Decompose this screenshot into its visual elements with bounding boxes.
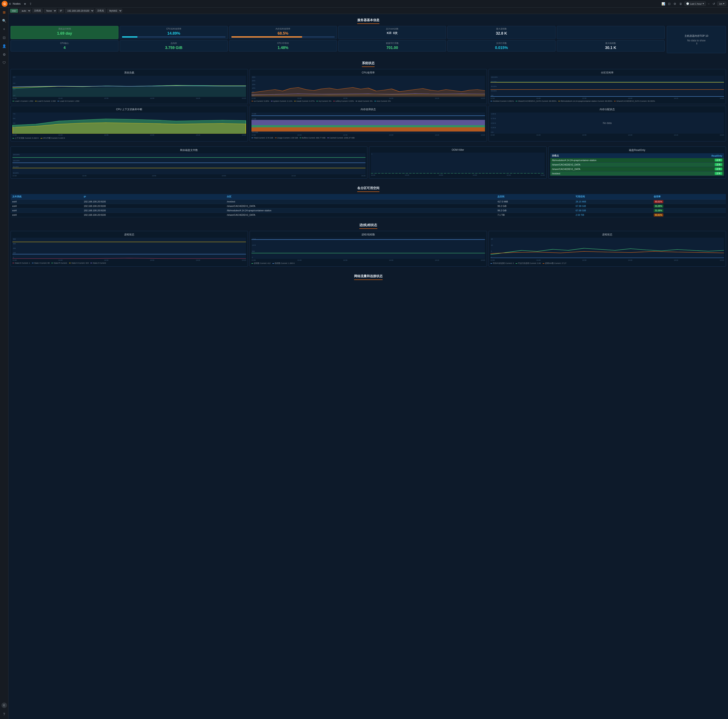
available-cell: 67.98 GiB xyxy=(574,204,652,208)
stat-fileopen-label: 文件打开数 xyxy=(450,42,553,45)
sidebar-item-search[interactable]: 🔍 xyxy=(1,18,7,24)
sidebar-item-home[interactable]: ⊞ xyxy=(1,9,7,15)
share-button[interactable]: ⇪ xyxy=(29,2,33,6)
none-select[interactable]: None xyxy=(44,9,57,13)
process-state-panel: 进程状态 4003002001000 xyxy=(11,231,248,267)
avatar[interactable]: E xyxy=(2,702,7,708)
partition-chart-title: 分区空闲率 xyxy=(491,71,724,75)
stats-area: 系统运行时间 1.69 day CPU实时使用率 14.89% 内存实时使用率 … xyxy=(11,26,665,53)
stat-mem: 内存实时使用率 68.5% xyxy=(229,26,337,39)
stat-cpu-label: CPU实时使用率 xyxy=(122,28,225,31)
stat-cpu-value: 14.89% xyxy=(122,31,225,36)
mynas-select[interactable]: MyNAS xyxy=(107,9,122,13)
server-info-section: 服务器基本信息 系统运行时间 1.69 day CPU实时使用率 14.89% xyxy=(8,14,728,57)
stat-iowait-value: 1.48% xyxy=(231,46,335,50)
sidebar-item-help[interactable]: ? xyxy=(1,711,7,717)
memory-chart-panel: 内存使用状态 5 GiB4 GiB2 GiB954 MiB xyxy=(249,106,487,141)
topbar-right: 📊 ⊡ ⚙ 🖥 🕐 Last 1 hour ▾ − ↺ 1m ▾ xyxy=(661,2,726,6)
mount-cell: /share/CACHEDEV1_DATA xyxy=(550,167,684,171)
chart-icon-button[interactable]: 📊 xyxy=(661,2,666,6)
stat-iowait: CPU IO等待 1.48% xyxy=(229,40,337,52)
ip-cell: 192.168.100.20:9100 xyxy=(82,213,225,217)
cpu-legend: us Current: 5.26% system Current: 2.11% … xyxy=(251,100,485,102)
oom-svg xyxy=(371,153,545,174)
system-state-section: 系统状态 系统负载 2.52.01.51.0 xyxy=(8,57,728,145)
zoom-out-button[interactable]: − xyxy=(707,2,710,6)
svg-marker-1 xyxy=(251,87,485,97)
total-cell: 7.1 TiB xyxy=(496,213,574,217)
charts-row-2: CPU 上下文切换和中断 7 K6 K5 K4 K3 K xyxy=(11,106,726,141)
monitor-icon-button[interactable]: 🖥 xyxy=(678,2,683,6)
grid-icon-button[interactable]: ⊡ xyxy=(667,2,671,6)
ctx-chart-title: CPU 上下文切换和中断 xyxy=(12,108,246,111)
readonly-mount-header: 挂载点 xyxy=(550,153,684,158)
readonly-table: 挂载点 ReadOnly /lib/modules/4.14.24-qnap/c… xyxy=(550,153,724,176)
oom-x-labels: 13:3013:4013:5014:0014:1014:20 xyxy=(371,174,545,176)
zhujizu-chip[interactable]: 主机组 xyxy=(32,8,43,13)
disk-row-1: 剩余磁盘文件数 105.00%100.00%95.00%90.00% 13:30… xyxy=(11,147,726,179)
sidebar-item-dashboards[interactable]: ⊡ xyxy=(1,35,7,41)
stat-placeholder xyxy=(557,26,665,39)
system-state-title: 系统状态 xyxy=(362,59,375,67)
partition-x-labels: 13:3013:4013:5014:0014:1014:20 xyxy=(491,97,724,99)
interval-chevron: ▾ xyxy=(723,2,724,5)
status-cell: 正常 xyxy=(684,158,724,162)
ip-select[interactable]: 192.168.100.20:9100 xyxy=(65,9,94,13)
stat-maxthread-label: 最大线程数 xyxy=(559,42,662,45)
remaining-disk-x-labels: 13:3013:4013:5014:0014:1014:20 xyxy=(12,175,366,177)
star-button[interactable]: ★ xyxy=(23,2,27,6)
auto-select[interactable]: auto xyxy=(19,9,31,13)
cpu-x-labels: 13:3013:4013:5014:0014:1014:20 xyxy=(251,97,485,99)
sidebar-item-users[interactable]: 👤 xyxy=(1,43,7,49)
partition-chart-area: 100.00%75.00%50.00%25.00%0% xyxy=(491,76,724,97)
cpu-chart-area: 25%20%15%10%5%0% xyxy=(251,76,485,97)
time-range-button[interactable]: 🕐 Last 1 hour ▾ xyxy=(684,2,706,6)
mem-alloc-chart-panel: 内存分配状态 1.00 B0.75 B0.50 B0.25 B0 B No da… xyxy=(489,106,726,141)
table-row: /lib/modules/4.14.24-qnap/container-stat… xyxy=(550,158,724,162)
cpu-chart-panel: CPU使用率 25%20%15%10%5%0% xyxy=(249,69,487,104)
process-state2-area: 151050 xyxy=(491,238,724,259)
load-legend: Load 1 Current: 1.550 Load 5 Current: 1.… xyxy=(12,100,246,102)
status-ok-badge: 正常 xyxy=(715,168,722,170)
ctx-legend: 上下文切换 Current: 6.342 K CPU中断 Current: 5.… xyxy=(12,137,246,139)
stat-totalmem-label: 总内存 xyxy=(122,42,225,45)
settings-icon-button[interactable]: ⚙ xyxy=(673,2,677,6)
info-icon: ℹ xyxy=(696,42,697,45)
memory-svg xyxy=(251,113,485,134)
partition-space-title: 各分区可用空间 xyxy=(357,184,379,192)
stat-fileopen-value: 0.015% xyxy=(450,46,553,50)
fs-cell: ext4 xyxy=(11,208,82,213)
process-state-x-labels: 13:3013:4013:5014:0014:1014:20 xyxy=(12,259,246,261)
table-row: ext4 192.168.100.20:9100 /share/CACHEDEV… xyxy=(11,204,726,208)
table-row: ext4 192.168.100.20:9100 /lib/modules/4.… xyxy=(11,208,726,213)
thread-count-title: 进程/线程数 xyxy=(251,233,485,236)
svg-rect-7 xyxy=(251,120,485,125)
table-row: /mnt/ext 正常 xyxy=(550,171,724,176)
process-section: 进(线)程状态 进程状态 4003002001000 xyxy=(8,219,728,270)
stat-fileopen: 文件打开数 0.015% xyxy=(447,40,555,52)
stat-mem-value: 68.5% xyxy=(231,31,335,36)
total-cell: 99.2 GiB xyxy=(496,208,574,213)
available-cell: 2.59 TiB xyxy=(574,213,652,217)
col-total: 总空间 xyxy=(496,194,574,199)
sidebar-item-settings[interactable]: ⚙ xyxy=(1,52,7,57)
stat-cpucore: CPU核心 4 xyxy=(11,40,118,52)
interval-button[interactable]: 1m ▾ xyxy=(717,2,726,6)
refresh-button[interactable]: ↺ xyxy=(712,2,716,6)
thread-count-x-labels: 13:3013:4013:5014:0014:1014:20 xyxy=(251,259,485,261)
col-available: 可用空间 xyxy=(574,194,652,199)
sidebar-item-shield[interactable]: 🛡 xyxy=(1,60,7,66)
readonly-title: 磁盘ReadOnly xyxy=(550,148,724,152)
process-state2-panel: 进程状态 151050 xyxy=(489,231,726,267)
stat-oom: 总计oom次数 Kill 0次 xyxy=(338,26,446,39)
mount-cell: /lib/modules/4.14.24-qnap/container-stat… xyxy=(550,158,684,162)
usage-cell: 63.61% xyxy=(652,213,726,217)
memory-y-labels: 5 GiB4 GiB2 GiB954 MiB xyxy=(251,113,258,134)
stat-oom-label: 总计oom次数 xyxy=(341,28,444,31)
ctx-chart-area: 7 K6 K5 K4 K3 K xyxy=(12,113,246,134)
stat-totalmem-value: 3.759 GiB xyxy=(122,46,225,50)
inter-chip[interactable]: inter xyxy=(10,9,18,13)
sidebar-item-add[interactable]: + xyxy=(1,26,7,32)
process-state2-y-labels: 151050 xyxy=(491,238,493,259)
stat-uptime: 系统运行时间 1.69 day xyxy=(11,26,118,39)
